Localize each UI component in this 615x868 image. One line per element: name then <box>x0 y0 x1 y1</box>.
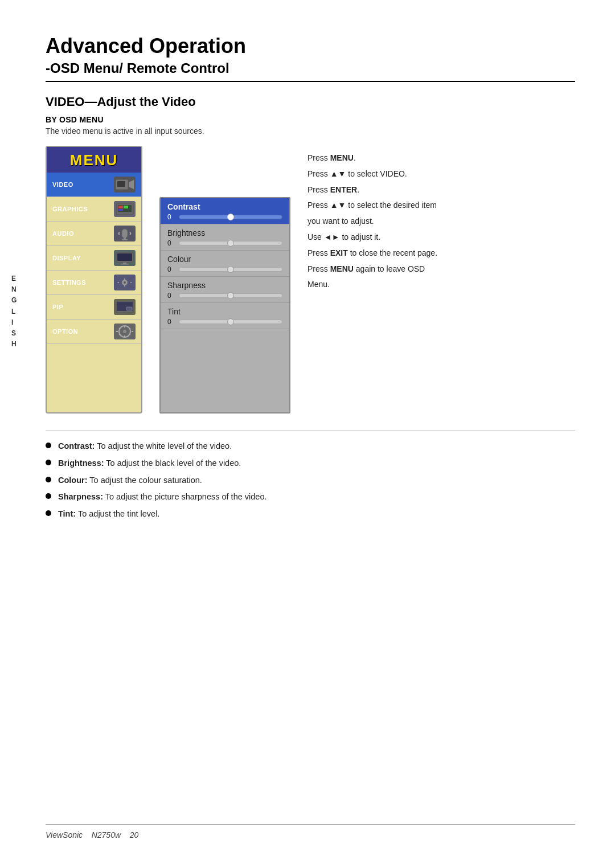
title-divider <box>46 81 575 82</box>
sidebar-item-display[interactable]: DISPLAY <box>47 246 141 271</box>
svg-rect-9 <box>124 238 126 239</box>
svg-rect-2 <box>117 181 125 187</box>
slider-thumb-contrast <box>227 214 234 220</box>
submenu-item-sharpness[interactable]: Sharpness0 <box>161 277 289 303</box>
submenu-label-sharpness: Sharpness <box>167 281 282 290</box>
slider-track-brightness[interactable] <box>179 241 282 245</box>
slider-val-contrast: 0 <box>167 213 175 221</box>
settings-icon <box>114 275 136 290</box>
svg-rect-19 <box>126 307 132 310</box>
slider-row-contrast: 0 <box>167 213 282 221</box>
svg-rect-6 <box>124 206 128 208</box>
option-icon <box>114 324 136 339</box>
menu-key-1: MENU <box>330 153 354 162</box>
svg-point-21 <box>123 330 126 333</box>
by-osd-menu-label: BY OSD MENU <box>46 115 575 124</box>
svg-rect-14 <box>121 264 129 265</box>
pip-icon <box>114 299 136 315</box>
slider-thumb-tint <box>227 318 234 325</box>
sidebar-item-pip[interactable]: PIP <box>47 295 141 320</box>
bullet-dot-icon <box>46 510 51 516</box>
bullet-term: Sharpness: <box>58 492 103 501</box>
instr-1: Press MENU. <box>308 152 575 165</box>
instr-3: Press ENTER. <box>308 183 575 197</box>
submenu-item-contrast[interactable]: Contrast0 <box>161 198 289 224</box>
instr-9: Menu. <box>308 278 575 292</box>
slider-row-tint: 0 <box>167 318 282 326</box>
graphics-icon <box>114 201 136 217</box>
sidebar-item-label-display: DISPLAY <box>52 255 81 261</box>
menu-logo: MENU <box>47 147 141 173</box>
osd-diagram: MENU VIDEOGRAPHICSAUDIODISPLAYSETTINGSPI… <box>46 146 575 413</box>
bullet-dot-icon <box>46 460 51 465</box>
svg-rect-12 <box>117 253 132 261</box>
side-language-label: E N G L I S H <box>11 273 17 350</box>
submenu-label-colour: Colour <box>167 255 282 264</box>
svg-point-16 <box>124 281 126 284</box>
submenu-label-tint: Tint <box>167 307 282 316</box>
list-item: Colour: To adjust the colour saturation. <box>46 474 575 487</box>
svg-rect-8 <box>122 229 128 238</box>
bullet-text: Tint: To adjust the tint level. <box>58 508 159 521</box>
bullet-term: Brightness: <box>58 458 104 468</box>
svg-marker-1 <box>129 180 134 189</box>
svg-rect-10 <box>122 239 128 240</box>
bullet-text: Brightness: To adjust the black level of… <box>58 457 241 470</box>
sidebar-item-option[interactable]: OPTION <box>47 320 141 344</box>
bullet-text: Sharpness: To adjust the picture sharpne… <box>58 491 266 503</box>
by-osd-desc: The video menu is active in all input so… <box>46 126 575 136</box>
sidebar-item-settings[interactable]: SETTINGS <box>47 271 141 295</box>
bullet-dot-icon <box>46 493 51 499</box>
svg-rect-7 <box>118 209 123 211</box>
video-submenu-panel: Contrast0Brightness0Colour0Sharpness0Tin… <box>159 197 290 413</box>
bullet-dot-icon <box>46 443 51 448</box>
bullet-list: Contrast: To adjust the white level of t… <box>46 440 575 521</box>
submenu-item-tint[interactable]: Tint0 <box>161 303 289 329</box>
svg-rect-5 <box>118 206 123 208</box>
display-icon <box>114 250 136 266</box>
exit-key: EXIT <box>330 248 348 257</box>
slider-track-tint[interactable] <box>179 320 282 324</box>
sidebar-item-graphics[interactable]: GRAPHICS <box>47 197 141 222</box>
sidebar-item-label-settings: SETTINGS <box>52 279 86 286</box>
footer-brand-model: ViewSonic N2750w 20 <box>46 830 138 840</box>
instr-7: Press EXIT to close the recent page. <box>308 247 575 260</box>
page-subtitle: -OSD Menu/ Remote Control <box>46 60 575 76</box>
sidebar-item-label-option: OPTION <box>52 328 78 335</box>
audio-icon <box>114 226 136 241</box>
instr-6: Use ◄► to adjust it. <box>308 231 575 244</box>
bullet-term: Contrast: <box>58 441 95 451</box>
bullet-text: Contrast: To adjust the white level of t… <box>58 440 232 453</box>
slider-track-colour[interactable] <box>179 267 282 272</box>
slider-val-sharpness: 0 <box>167 292 175 300</box>
slider-row-sharpness: 0 <box>167 292 282 300</box>
sidebar-item-audio[interactable]: AUDIO <box>47 222 141 246</box>
sidebar-item-label-pip: PIP <box>52 304 63 310</box>
list-item: Brightness: To adjust the black level of… <box>46 457 575 470</box>
slider-track-contrast[interactable] <box>179 215 282 219</box>
page-title: Advanced Operation <box>46 34 575 58</box>
section-heading: VIDEO—Adjust the Video <box>46 95 575 109</box>
submenu-label-contrast: Contrast <box>167 202 282 211</box>
enter-key: ENTER <box>330 185 357 194</box>
slider-val-colour: 0 <box>167 265 175 273</box>
bullet-dot-icon <box>46 477 51 482</box>
instr-8: Press MENU again to leave OSD <box>308 263 575 276</box>
content-divider <box>46 431 575 431</box>
list-item: Tint: To adjust the tint level. <box>46 508 575 521</box>
video-icon <box>114 177 136 193</box>
bullet-text: Colour: To adjust the colour saturation. <box>58 474 202 487</box>
instr-2: Press ▲▼ to select VIDEO. <box>308 167 575 181</box>
slider-track-sharpness[interactable] <box>179 293 282 298</box>
sidebar-item-video[interactable]: VIDEO <box>47 173 141 197</box>
menu-key-2: MENU <box>330 264 354 273</box>
submenu-label-brightness: Brightness <box>167 228 282 238</box>
bullet-term: Colour: <box>58 476 88 485</box>
instr-4: Press ▲▼ to select the desired item <box>308 199 575 212</box>
list-item: Contrast: To adjust the white level of t… <box>46 440 575 453</box>
menu-panel: MENU VIDEOGRAPHICSAUDIODISPLAYSETTINGSPI… <box>46 146 142 413</box>
submenu-item-colour[interactable]: Colour0 <box>161 251 289 277</box>
instructions-panel: Press MENU. Press ▲▼ to select VIDEO. Pr… <box>308 146 575 294</box>
submenu-item-brightness[interactable]: Brightness0 <box>161 224 289 251</box>
svg-rect-13 <box>123 263 126 264</box>
